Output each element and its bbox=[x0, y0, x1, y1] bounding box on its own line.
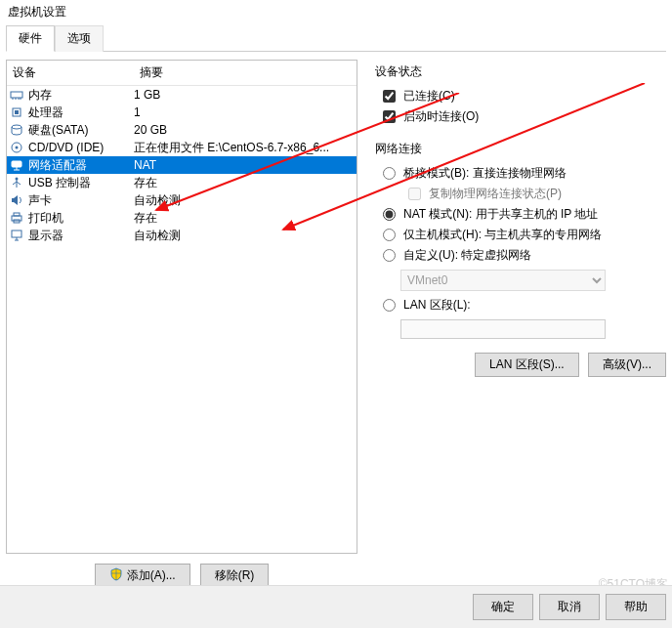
device-name: 内存 bbox=[28, 87, 134, 104]
device-name: 显示器 bbox=[28, 228, 134, 244]
connect-poweron-checkbox[interactable] bbox=[383, 110, 396, 123]
network-connection-title: 网络连接 bbox=[375, 141, 666, 157]
usb-icon bbox=[9, 175, 24, 190]
printer-icon bbox=[9, 210, 24, 226]
device-summary: 存在 bbox=[134, 210, 355, 227]
display-icon bbox=[9, 228, 24, 243]
connected-checkbox[interactable] bbox=[383, 90, 396, 103]
connected-label: 已连接(C) bbox=[403, 88, 455, 105]
hostonly-radio[interactable] bbox=[383, 229, 396, 241]
device-state-title: 设备状态 bbox=[375, 63, 666, 80]
help-button[interactable]: 帮助 bbox=[606, 594, 666, 620]
connect-poweron-label: 启动时连接(O) bbox=[403, 108, 479, 125]
content-area: 设备 摘要 内存1 GB处理器1硬盘(SATA)20 GBCD/DVD (IDE… bbox=[0, 52, 672, 594]
device-row-sound[interactable]: 声卡自动检测 bbox=[7, 191, 357, 209]
custom-radio[interactable] bbox=[383, 249, 396, 262]
device-name: 网络适配器 bbox=[28, 157, 134, 174]
tab-options[interactable]: 选项 bbox=[55, 25, 104, 52]
column-header-summary[interactable]: 摘要 bbox=[134, 61, 357, 85]
tab-hardware[interactable]: 硬件 bbox=[6, 25, 55, 52]
lan-radio-row[interactable]: LAN 区段(L): bbox=[375, 295, 666, 315]
device-summary: 正在使用文件 E:\CentOS-6.7-x86_6... bbox=[134, 140, 355, 156]
svg-rect-10 bbox=[12, 161, 21, 167]
svg-point-9 bbox=[16, 147, 19, 149]
device-summary: 1 GB bbox=[134, 88, 355, 102]
device-row-net[interactable]: 网络适配器NAT bbox=[7, 156, 357, 174]
device-summary: 自动检测 bbox=[134, 228, 355, 244]
svg-rect-6 bbox=[15, 110, 19, 114]
vmnet-select: VMnet0 bbox=[400, 270, 606, 291]
connected-checkbox-row[interactable]: 已连接(C) bbox=[375, 86, 666, 106]
device-name: 处理器 bbox=[28, 105, 134, 121]
lan-segments-button[interactable]: LAN 区段(S)... bbox=[475, 353, 579, 377]
footer: 确定 取消 帮助 bbox=[0, 585, 672, 628]
net-icon bbox=[9, 157, 24, 173]
device-name: 打印机 bbox=[28, 210, 134, 227]
hostonly-label: 仅主机模式(H): 与主机共享的专用网络 bbox=[403, 227, 602, 243]
tab-bar: 硬件 选项 bbox=[6, 24, 666, 52]
advanced-button[interactable]: 高级(V)... bbox=[588, 353, 666, 377]
device-list-header: 设备 摘要 bbox=[7, 61, 357, 86]
bridged-label: 桥接模式(B): 直接连接物理网络 bbox=[403, 165, 567, 182]
window-title: 虚拟机设置 bbox=[0, 0, 672, 22]
device-row-usb[interactable]: USB 控制器存在 bbox=[7, 174, 357, 191]
device-summary: 20 GB bbox=[134, 123, 355, 137]
lan-radio[interactable] bbox=[383, 299, 396, 312]
lan-input-wrap bbox=[400, 319, 666, 339]
shield-icon bbox=[109, 567, 123, 584]
device-name: 硬盘(SATA) bbox=[28, 122, 134, 139]
hostonly-radio-row[interactable]: 仅主机模式(H): 与主机共享的专用网络 bbox=[375, 225, 666, 245]
lan-label: LAN 区段(L): bbox=[403, 297, 471, 314]
cancel-button[interactable]: 取消 bbox=[539, 594, 600, 620]
device-name: 声卡 bbox=[28, 192, 134, 209]
cd-icon bbox=[9, 140, 24, 155]
nat-label: NAT 模式(N): 用于共享主机的 IP 地址 bbox=[403, 206, 598, 223]
svg-rect-18 bbox=[14, 213, 20, 216]
nat-radio[interactable] bbox=[383, 208, 396, 221]
device-list: 设备 摘要 内存1 GB处理器1硬盘(SATA)20 GBCD/DVD (IDE… bbox=[6, 60, 357, 554]
device-row-disk[interactable]: 硬盘(SATA)20 GB bbox=[7, 121, 357, 139]
connect-poweron-checkbox-row[interactable]: 启动时连接(O) bbox=[375, 106, 666, 127]
device-name: USB 控制器 bbox=[28, 175, 134, 191]
device-summary: NAT bbox=[134, 158, 355, 172]
device-summary: 1 bbox=[134, 105, 355, 119]
memory-icon bbox=[9, 87, 24, 103]
replicate-checkbox-row: 复制物理网络连接状态(P) bbox=[400, 184, 666, 204]
replicate-label: 复制物理网络连接状态(P) bbox=[429, 186, 562, 202]
svg-line-16 bbox=[17, 182, 21, 185]
sound-icon bbox=[9, 192, 24, 208]
left-pane: 设备 摘要 内存1 GB处理器1硬盘(SATA)20 GBCD/DVD (IDE… bbox=[6, 60, 357, 594]
right-button-row: LAN 区段(S)... 高级(V)... bbox=[375, 353, 666, 377]
bridged-radio-row[interactable]: 桥接模式(B): 直接连接物理网络 bbox=[375, 163, 666, 184]
device-state-group: 设备状态 已连接(C) 启动时连接(O) bbox=[375, 63, 666, 127]
cpu-icon bbox=[9, 105, 24, 120]
bridged-radio[interactable] bbox=[383, 167, 396, 180]
vmnet-combo-wrap: VMnet0 bbox=[400, 270, 666, 291]
network-connection-group: 网络连接 桥接模式(B): 直接连接物理网络 复制物理网络连接状态(P) NAT… bbox=[375, 141, 666, 339]
custom-radio-row[interactable]: 自定义(U): 特定虚拟网络 bbox=[375, 245, 666, 266]
replicate-checkbox bbox=[408, 188, 421, 200]
right-pane: 设备状态 已连接(C) 启动时连接(O) 网络连接 桥接模式(B): 直接连接物… bbox=[367, 60, 666, 594]
svg-point-7 bbox=[12, 125, 21, 129]
nat-radio-row[interactable]: NAT 模式(N): 用于共享主机的 IP 地址 bbox=[375, 204, 666, 225]
svg-rect-20 bbox=[12, 230, 21, 237]
custom-label: 自定义(U): 特定虚拟网络 bbox=[403, 247, 531, 264]
device-row-memory[interactable]: 内存1 GB bbox=[7, 86, 357, 104]
lan-segment-input bbox=[400, 319, 606, 339]
device-row-cpu[interactable]: 处理器1 bbox=[7, 104, 357, 121]
device-summary: 存在 bbox=[134, 175, 355, 191]
device-summary: 自动检测 bbox=[134, 192, 355, 209]
add-button-label: 添加(A)... bbox=[127, 567, 176, 584]
column-header-device[interactable]: 设备 bbox=[7, 61, 134, 85]
ok-button[interactable]: 确定 bbox=[473, 594, 533, 620]
svg-rect-0 bbox=[11, 92, 22, 98]
device-name: CD/DVD (IDE) bbox=[28, 141, 134, 154]
device-row-cd[interactable]: CD/DVD (IDE)正在使用文件 E:\CentOS-6.7-x86_6..… bbox=[7, 139, 357, 156]
svg-line-15 bbox=[13, 182, 17, 185]
device-row-printer[interactable]: 打印机存在 bbox=[7, 209, 357, 227]
disk-icon bbox=[9, 122, 24, 138]
device-row-display[interactable]: 显示器自动检测 bbox=[7, 227, 357, 244]
